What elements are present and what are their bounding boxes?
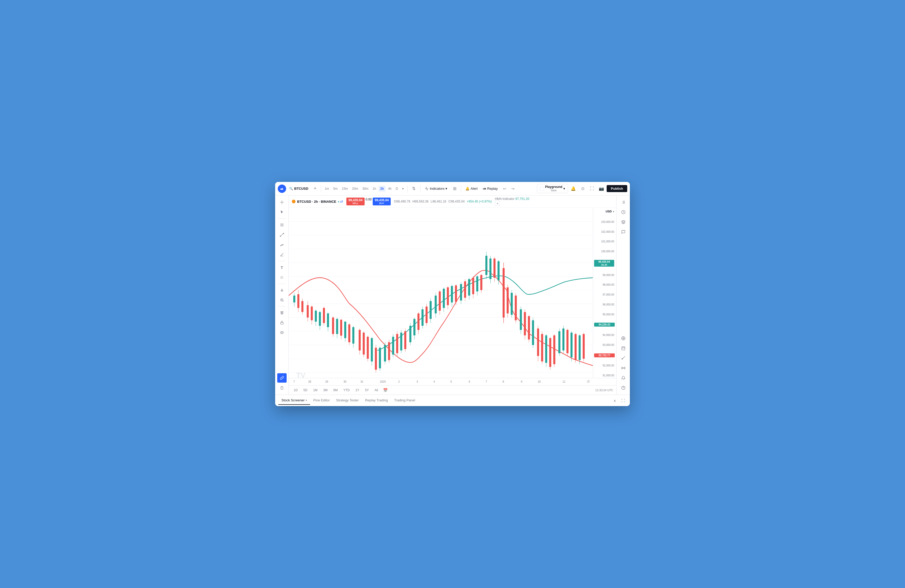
chat-button[interactable] — [619, 227, 628, 237]
svg-rect-90 — [410, 326, 411, 342]
timeframe-15m[interactable]: 15m — [340, 186, 349, 192]
tool-cursor[interactable] — [277, 208, 287, 217]
help-button[interactable] — [619, 383, 628, 393]
svg-rect-46 — [315, 311, 317, 322]
date-range-picker[interactable]: 📅 — [382, 387, 389, 393]
tool-eye[interactable] — [277, 328, 287, 337]
tool-trendline[interactable] — [277, 230, 287, 239]
tool-lock[interactable] — [277, 318, 287, 327]
tool-channel[interactable] — [277, 240, 287, 249]
user-status-button[interactable]: ⊙ — [578, 184, 587, 193]
compare-button[interactable]: ⇅ — [410, 184, 418, 193]
expand-icon[interactable]: ⇄ — [340, 200, 343, 204]
calendar-right-button[interactable] — [619, 344, 628, 353]
timeframe-30m[interactable]: 30m — [361, 186, 370, 192]
tab-replay-trading[interactable]: Replay Trading — [362, 396, 391, 405]
svg-rect-96 — [421, 309, 424, 326]
range-all[interactable]: All — [373, 388, 380, 393]
playground-button[interactable]: Playground Save ▾ — [537, 184, 568, 193]
buy-price-box: 99,435.04 BUY — [373, 198, 391, 205]
history-button[interactable] — [619, 208, 628, 217]
tool-drawing[interactable] — [277, 220, 287, 230]
notification-bell-button[interactable]: 🔔 — [569, 184, 578, 193]
tool-text[interactable]: T — [277, 263, 287, 272]
timeframe-20m[interactable]: 20m — [351, 186, 360, 192]
range-1y[interactable]: 1Y — [354, 388, 361, 393]
bottom-panel: Stock Screener ▾ Pine Editor Strategy Te… — [275, 395, 630, 406]
replay-button[interactable]: ⏮ Replay — [481, 185, 500, 192]
time-11: 11 — [562, 380, 565, 383]
indicators-button[interactable]: Indicators ▾ — [422, 185, 449, 192]
range-1d[interactable]: 1D — [292, 388, 299, 393]
svg-point-10 — [283, 233, 284, 234]
undo-button[interactable]: ↩ — [501, 185, 508, 192]
playground-icon — [540, 187, 544, 191]
svg-rect-74 — [375, 348, 377, 369]
time-8: 8 — [503, 380, 504, 383]
redo-button[interactable]: ↪ — [510, 185, 517, 192]
range-ytd[interactable]: YTD — [342, 388, 352, 393]
svg-rect-44 — [311, 306, 313, 320]
tool-trash[interactable] — [277, 383, 287, 393]
chart-canvas: TV USD ▾ 103,000.00 102,000.00 101,000.0… — [289, 208, 616, 378]
alerts-right-button[interactable] — [619, 373, 628, 383]
range-1m[interactable]: 1M — [311, 388, 319, 393]
crosshair-right-button[interactable] — [619, 334, 628, 343]
svg-point-0 — [281, 202, 283, 203]
svg-rect-60 — [344, 322, 346, 338]
hma-collapse-button[interactable]: ∧ — [495, 201, 500, 206]
timeframe-2h[interactable]: 2h — [379, 186, 386, 192]
indicators-label: Indicators — [430, 187, 445, 190]
alert-icon: 🔔 — [465, 187, 470, 190]
templates-button[interactable]: ⊞ — [451, 184, 459, 193]
panel-collapse-button[interactable]: ∧ — [611, 397, 618, 404]
timeframe-1h[interactable]: 1h — [371, 186, 378, 192]
tool-zoom[interactable] — [277, 295, 287, 305]
price-103000: 103,000.00 — [594, 220, 615, 223]
broadcast-button[interactable] — [619, 363, 628, 373]
time-6: 6 — [469, 380, 470, 383]
hma-line-price-badge: 92,722.77 — [594, 353, 615, 357]
alert-button[interactable]: 🔔 Alert — [463, 185, 479, 192]
panel-maximize-button[interactable]: ⛶ — [619, 397, 627, 404]
high-value: H99,563.36 — [412, 200, 429, 203]
timeframe-4h[interactable]: 4h — [386, 186, 393, 192]
tab-strategy-tester[interactable]: Strategy Tester — [333, 396, 362, 405]
publish-button[interactable]: Publish — [607, 185, 627, 192]
hma-price-area: 94,230.43 — [594, 323, 615, 326]
add-symbol-button[interactable]: + — [311, 185, 319, 192]
timeframe-1m[interactable]: 1m — [323, 186, 331, 192]
camera-button[interactable]: 📷 — [597, 184, 606, 193]
tool-crosshair[interactable] — [277, 198, 287, 207]
chart-type-dropdown[interactable]: ▾ — [401, 186, 405, 192]
range-5y[interactable]: 5Y — [363, 388, 371, 393]
toolbar-divider-3 — [420, 185, 421, 192]
svg-rect-164 — [567, 330, 568, 353]
svg-rect-146 — [528, 316, 530, 340]
measure-button[interactable] — [619, 353, 628, 363]
buy-price: 99,435.04 — [375, 198, 389, 202]
timeframe-d[interactable]: D — [394, 186, 400, 192]
svg-rect-140 — [515, 296, 517, 320]
tool-magnet[interactable] — [277, 308, 287, 317]
tool-angle[interactable] — [277, 250, 287, 259]
tab-trading-panel[interactable]: Trading Panel — [391, 396, 418, 405]
symbol-search[interactable]: 🔍 BTCUSD — [287, 185, 310, 192]
timeframe-5m[interactable]: 5m — [332, 186, 339, 192]
range-3m[interactable]: 3M — [321, 388, 329, 393]
currency-selector[interactable]: USD ▾ — [594, 209, 615, 214]
tool-brush[interactable] — [277, 285, 287, 295]
svg-rect-138 — [511, 293, 513, 315]
time-goto-button[interactable]: ⏱ — [586, 379, 591, 385]
range-6m[interactable]: 6M — [332, 388, 340, 393]
tab-stock-screener[interactable]: Stock Screener ▾ — [278, 396, 310, 405]
fullscreen-button[interactable]: ⛶ — [588, 184, 596, 193]
tool-link[interactable] — [277, 373, 287, 383]
svg-rect-132 — [498, 261, 500, 281]
watchlist-button[interactable] — [619, 198, 628, 207]
tab-pine-editor[interactable]: Pine Editor — [310, 396, 333, 405]
range-5d[interactable]: 5D — [302, 388, 309, 393]
logo-button[interactable] — [278, 184, 286, 193]
layers-button[interactable] — [619, 217, 628, 227]
tool-emoji[interactable]: ☺ — [277, 273, 287, 282]
